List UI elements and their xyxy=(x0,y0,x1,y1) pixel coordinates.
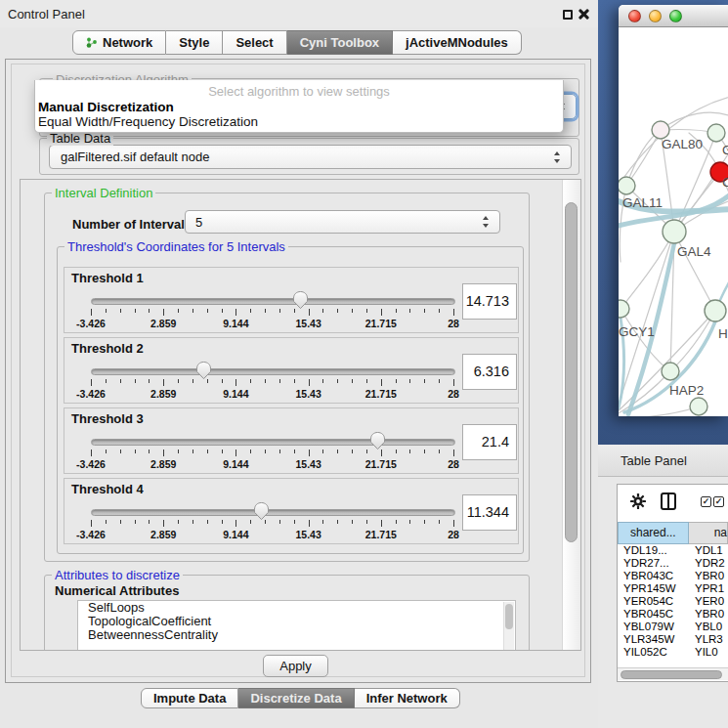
table-row[interactable]: YPR145WYPR1 xyxy=(618,582,728,595)
tick-label: 15.43 xyxy=(295,318,321,329)
column-header-name[interactable]: na xyxy=(689,522,728,544)
number-of-intervals-combobox[interactable]: 5 xyxy=(185,210,500,234)
cell-name[interactable]: YBR0 xyxy=(691,608,724,621)
cell-shared-name[interactable]: YBR043C xyxy=(618,570,691,582)
control-panel-tab-bar: NetworkStyleSelectCyni ToolboxjActiveMNo… xyxy=(72,30,522,55)
cell-name[interactable]: YDL1 xyxy=(691,544,723,557)
node-bottom[interactable] xyxy=(690,398,707,415)
tab-impute-data[interactable]: Impute Data xyxy=(141,688,238,708)
network-edge[interactable] xyxy=(626,130,661,186)
tick-mark xyxy=(120,309,121,313)
tab-cyni-toolbox[interactable]: Cyni Toolbox xyxy=(287,30,393,55)
node-hap2[interactable] xyxy=(662,363,679,380)
column-header-shared-name[interactable]: shared... xyxy=(618,522,689,544)
tick-mark xyxy=(396,309,397,313)
tick-mark xyxy=(279,450,280,453)
gear-icon[interactable] xyxy=(630,493,646,513)
node-h[interactable] xyxy=(705,300,726,321)
cell-shared-name[interactable]: YBR045C xyxy=(618,608,691,621)
tab-jactivemnodules[interactable]: jActiveMNodules xyxy=(393,30,522,55)
threshold-label: Threshold 3 xyxy=(71,411,144,426)
cell-shared-name[interactable]: YIL052C xyxy=(618,646,691,659)
network-edge[interactable] xyxy=(674,145,728,232)
tick-label: 2.859 xyxy=(150,458,176,470)
cell-shared-name[interactable]: YBL079W xyxy=(618,621,691,633)
cell-name[interactable]: YIL0 xyxy=(691,646,718,659)
apply-button[interactable]: Apply xyxy=(263,655,328,677)
menu-item-manual-discretization[interactable]: Manual Discretization xyxy=(38,100,174,114)
cell-name[interactable]: YBL0 xyxy=(691,621,722,633)
tab-select[interactable]: Select xyxy=(223,30,286,55)
table-row[interactable]: YDR27...YDR2 xyxy=(618,557,728,570)
network-icon xyxy=(86,36,98,49)
cell-shared-name[interactable]: YLR345W xyxy=(618,633,691,646)
slider-track[interactable] xyxy=(91,368,455,375)
cell-name[interactable]: YBR0 xyxy=(691,570,724,582)
network-canvas[interactable]: GAL80GACGAL11GAL4GCY1HHAP2 xyxy=(619,27,728,416)
settings-vertical-scrollbar-thumb[interactable] xyxy=(565,202,578,542)
cell-shared-name[interactable]: YER054C xyxy=(618,595,691,608)
cell-shared-name[interactable]: YPR145W xyxy=(618,582,691,595)
tab-discretize-data[interactable]: Discretize Data xyxy=(238,688,354,708)
table-row[interactable]: YBL079WYBL0 xyxy=(618,621,728,633)
cell-name[interactable]: YLR3 xyxy=(691,633,723,646)
network-window-titlebar[interactable] xyxy=(619,5,728,27)
table-horizontal-scrollbar-thumb[interactable] xyxy=(621,670,722,679)
threshold-label: Threshold 2 xyxy=(71,341,144,356)
numerical-attributes-list[interactable]: SelfLoopsTopologicalCoefficientBetweenne… xyxy=(77,600,516,651)
slider-thumb[interactable] xyxy=(253,501,270,521)
tab-style[interactable]: Style xyxy=(166,30,223,55)
node-gal4[interactable] xyxy=(663,220,686,243)
table-data-combobox[interactable]: galFiltered.sif default node xyxy=(49,145,572,169)
attributes-list-scrollbar-thumb[interactable] xyxy=(505,604,513,629)
table-row[interactable]: YER054CYER0 xyxy=(618,595,728,608)
table-row[interactable]: YDL19...YDL1 xyxy=(618,544,728,557)
threshold-value-field[interactable]: 11.344 xyxy=(462,494,517,531)
menu-item-equal-width-frequency[interactable]: Equal Width/Frequency Discretization xyxy=(38,114,258,129)
slider-track[interactable] xyxy=(91,439,455,446)
attribute-list-item[interactable]: TopologicalCoefficient xyxy=(78,615,515,628)
node-top-right[interactable] xyxy=(707,124,725,142)
close-icon[interactable] xyxy=(578,8,590,21)
cell-shared-name[interactable]: YDR27... xyxy=(618,557,691,570)
float-window-icon[interactable] xyxy=(563,10,573,20)
threshold-value-field[interactable]: 21.4 xyxy=(462,424,517,460)
tick-mark xyxy=(322,309,323,313)
tab-label: Impute Data xyxy=(153,691,226,706)
tick-mark xyxy=(294,450,295,453)
tick-mark xyxy=(236,520,236,527)
tab-infer-network[interactable]: Infer Network xyxy=(355,688,460,708)
table-row[interactable]: YIL052CYIL0 xyxy=(618,646,728,659)
table-row[interactable]: YLR345WYLR3 xyxy=(618,633,728,646)
cell-name[interactable]: YDR2 xyxy=(691,557,725,570)
slider-track[interactable] xyxy=(91,509,455,516)
slider-track[interactable] xyxy=(91,298,455,305)
attribute-list-item[interactable]: SelfLoops xyxy=(78,601,515,615)
tick-mark xyxy=(163,520,164,527)
attributes-list-scrollbar[interactable] xyxy=(503,602,514,651)
node-gal11[interactable] xyxy=(619,177,635,194)
column-layout-icon[interactable] xyxy=(661,492,676,510)
window-minimize-traffic-light[interactable] xyxy=(649,10,662,22)
tab-network[interactable]: Network xyxy=(72,30,166,55)
threshold-value-field[interactable]: 6.316 xyxy=(462,354,517,390)
table-horizontal-scrollbar[interactable] xyxy=(618,667,728,680)
cell-name[interactable]: YPR1 xyxy=(691,582,724,595)
window-close-traffic-light[interactable] xyxy=(628,10,641,22)
table-row[interactable]: YBR043CYBR0 xyxy=(618,570,728,582)
cell-shared-name[interactable]: YDL19... xyxy=(618,544,691,557)
node-label-hap2: HAP2 xyxy=(669,383,704,398)
attribute-list-item[interactable]: BetweennessCentrality xyxy=(78,628,515,642)
table-row[interactable]: YBR045CYBR0 xyxy=(618,608,728,621)
algorithm-dropdown-prompt: Select algorithm to view settings xyxy=(35,84,563,99)
tick-mark xyxy=(453,520,454,527)
slider-thumb[interactable] xyxy=(369,431,386,450)
window-zoom-traffic-light[interactable] xyxy=(669,10,682,22)
slider-thumb[interactable] xyxy=(292,290,309,310)
checkbox-icon[interactable]: ✓ xyxy=(713,496,724,507)
checkbox-icon[interactable]: ✓ xyxy=(701,496,711,507)
threshold-value-field[interactable]: 14.713 xyxy=(462,283,517,320)
node-gcy1[interactable] xyxy=(619,300,629,318)
slider-thumb[interactable] xyxy=(195,361,212,380)
cell-name[interactable]: YER0 xyxy=(691,595,724,608)
